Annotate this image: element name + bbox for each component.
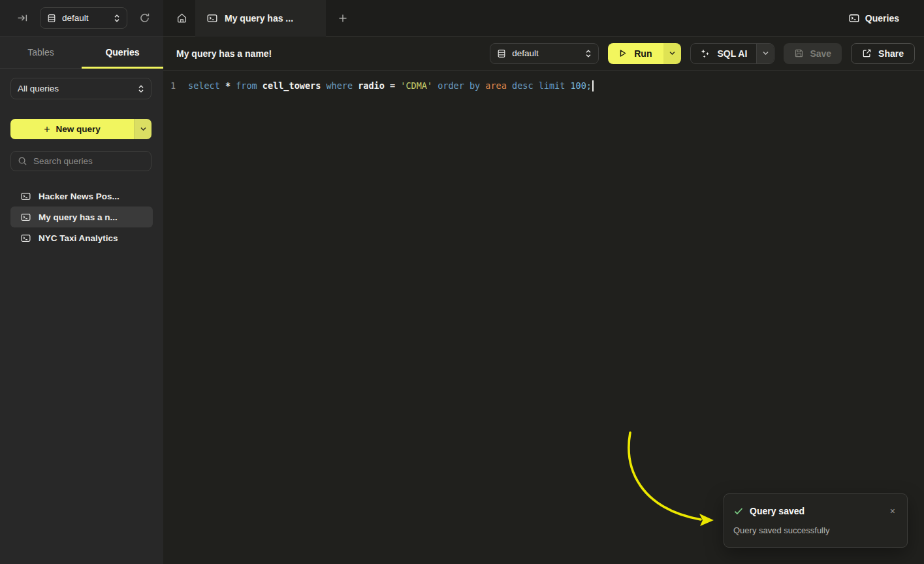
- share-icon: [862, 48, 872, 58]
- chevron-down-icon: [762, 51, 769, 56]
- check-icon: [733, 506, 744, 516]
- home-icon: [176, 12, 187, 24]
- new-query-label: New query: [56, 124, 101, 134]
- sidebar-body: All queries + New query: [0, 69, 163, 248]
- app-root: default: [0, 0, 924, 564]
- run-label: Run: [634, 48, 652, 59]
- new-query-split-button: + New query: [10, 119, 151, 139]
- query-title: My query has a name!: [176, 48, 272, 59]
- toast-message: Query saved successfully: [733, 525, 898, 535]
- refresh-button[interactable]: [136, 10, 153, 26]
- terminal-icon: [21, 212, 31, 222]
- chevron-down-icon: [140, 127, 147, 131]
- toast-query-saved: Query saved × Query saved successfully: [724, 493, 908, 548]
- query-filter-select[interactable]: All queries: [10, 78, 151, 99]
- chevron-up-down-icon: [585, 49, 592, 58]
- sql-code: select * from cell_towers where radio = …: [183, 80, 592, 91]
- search-queries-box: [10, 151, 151, 171]
- text-cursor: [592, 80, 594, 91]
- toolbar-actions: default Run: [490, 43, 915, 64]
- new-query-button[interactable]: + New query: [10, 119, 134, 139]
- new-tab-button[interactable]: [334, 9, 352, 27]
- editor-toolbar: My query has a name! default: [163, 37, 924, 71]
- query-item-label: NYC Taxi Analytics: [39, 233, 118, 243]
- tab-my-query[interactable]: My query has ...: [195, 0, 326, 37]
- main-content: My query has a name! default: [163, 37, 924, 564]
- tab-tables[interactable]: Tables: [0, 37, 82, 68]
- chevron-down-icon: [669, 51, 676, 56]
- collapse-sidebar-button[interactable]: [14, 10, 31, 26]
- query-item-label: Hacker News Pos...: [39, 191, 119, 201]
- sql-ai-button[interactable]: SQL AI: [691, 44, 756, 63]
- terminal-icon: [21, 191, 31, 201]
- tab-queries[interactable]: Queries: [82, 37, 163, 68]
- terminal-icon: [849, 13, 859, 24]
- queries-indicator-label: Queries: [865, 13, 899, 24]
- sparkles-icon: [700, 48, 710, 59]
- terminal-icon: [21, 233, 31, 243]
- search-queries-input[interactable]: [33, 156, 144, 166]
- database-selector[interactable]: default: [40, 7, 127, 29]
- database-selector-value: default: [62, 13, 108, 23]
- run-split-button: Run: [608, 43, 681, 64]
- query-filter-value: All queries: [18, 84, 132, 93]
- run-button[interactable]: Run: [608, 43, 663, 64]
- chevron-up-down-icon: [138, 84, 144, 93]
- save-button[interactable]: Save: [784, 43, 842, 64]
- plus-icon: +: [44, 124, 50, 135]
- database-icon: [497, 49, 506, 58]
- share-label: Share: [878, 48, 904, 59]
- queries-indicator[interactable]: Queries: [849, 13, 924, 24]
- arrow-to-bar-icon: [17, 12, 28, 24]
- sidebar-tabs: Tables Queries: [0, 37, 163, 69]
- terminal-icon: [207, 13, 217, 24]
- query-item-label: My query has a n...: [39, 212, 118, 222]
- database-icon: [47, 14, 56, 23]
- home-button[interactable]: [171, 8, 192, 29]
- query-list: Hacker News Pos... My query has a n... N…: [10, 186, 153, 248]
- save-label: Save: [810, 48, 831, 59]
- sql-ai-label: SQL AI: [717, 48, 747, 59]
- new-query-dropdown-button[interactable]: [134, 119, 151, 139]
- code-line: 1 select * from cell_towers where radio …: [163, 76, 924, 95]
- query-list-item[interactable]: NYC Taxi Analytics: [10, 227, 153, 248]
- search-icon: [18, 156, 27, 166]
- run-dropdown-button[interactable]: [663, 43, 681, 64]
- topbar-left: default: [0, 0, 163, 37]
- query-list-item[interactable]: My query has a n...: [10, 207, 153, 227]
- toast-title: Query saved: [750, 506, 805, 516]
- sql-ai-split-button: SQL AI: [690, 43, 774, 64]
- toast-close-button[interactable]: ×: [887, 505, 898, 517]
- query-list-item[interactable]: Hacker News Pos...: [10, 186, 153, 207]
- chevron-up-down-icon: [114, 14, 120, 23]
- sql-ai-dropdown-button[interactable]: [756, 44, 774, 63]
- save-icon: [794, 48, 804, 58]
- topbar-main: My query has ... Queries: [163, 0, 924, 37]
- annotation-arrow: [611, 425, 725, 533]
- share-button[interactable]: Share: [851, 43, 915, 64]
- toast-header: Query saved ×: [733, 505, 898, 517]
- sidebar: Tables Queries All queries + New query: [0, 37, 163, 564]
- refresh-icon: [139, 12, 150, 24]
- database-selector-toolbar-value: default: [512, 48, 579, 58]
- plus-icon: [338, 13, 348, 24]
- play-icon: [618, 48, 628, 58]
- sql-editor[interactable]: 1 select * from cell_towers where radio …: [163, 71, 924, 95]
- line-number: 1: [163, 80, 183, 91]
- tab-label: My query has ...: [225, 13, 293, 24]
- database-selector-toolbar[interactable]: default: [490, 43, 599, 64]
